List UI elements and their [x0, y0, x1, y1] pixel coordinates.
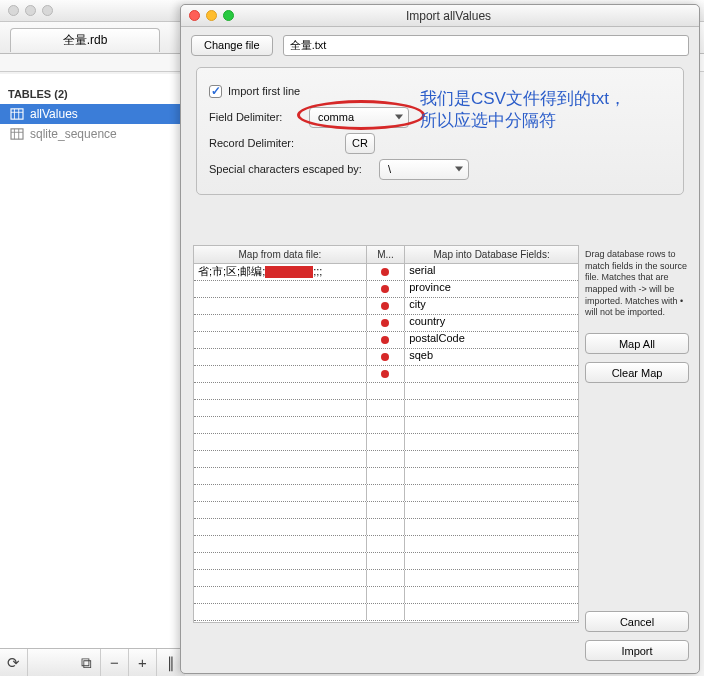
map-header-mid: M... — [367, 246, 405, 263]
dot-icon — [381, 370, 389, 378]
close-icon[interactable] — [189, 10, 200, 21]
map-row[interactable]: province — [194, 281, 578, 298]
table-icon — [10, 128, 24, 140]
dot-icon — [381, 353, 389, 361]
table-icon — [10, 108, 24, 120]
table-row-sqlite-sequence[interactable]: sqlite_sequence — [0, 124, 184, 144]
import-first-line-label: Import first line — [228, 85, 300, 97]
map-row[interactable]: city — [194, 298, 578, 315]
field-delimiter-label: Field Delimiter: — [209, 111, 309, 123]
clear-map-button[interactable]: Clear Map — [585, 362, 689, 383]
refresh-button[interactable]: ⟳ — [0, 649, 28, 677]
change-file-button[interactable]: Change file — [191, 35, 273, 56]
dot-icon — [381, 268, 389, 276]
modal-title: Import allValues — [234, 9, 699, 23]
map-row-empty — [194, 468, 578, 485]
map-all-button[interactable]: Map All — [585, 333, 689, 354]
db-field-cell: province — [405, 281, 578, 297]
dot-icon — [381, 285, 389, 293]
map-header-right: Map into Database Fields: — [405, 246, 578, 263]
table-row-allvalues[interactable]: allValues — [0, 104, 184, 124]
add-dup-button[interactable]: ⧉ — [73, 649, 101, 677]
map-header-left: Map from data file: — [194, 246, 367, 263]
annotation-text: 我们是CSV文件得到的txt， 所以应选中分隔符 — [420, 88, 700, 132]
zoom-icon[interactable] — [42, 5, 53, 16]
dot-icon — [381, 336, 389, 344]
redacted-icon — [265, 266, 313, 278]
map-row-empty — [194, 604, 578, 621]
map-row-empty — [194, 570, 578, 587]
map-row-empty — [194, 536, 578, 553]
map-row-empty — [194, 519, 578, 536]
dot-icon — [381, 302, 389, 310]
bg-traffic-lights — [0, 5, 53, 16]
modal-titlebar: Import allValues — [181, 5, 699, 27]
escape-select[interactable]: \ — [379, 159, 469, 180]
bg-tab[interactable]: 全量.rdb — [10, 28, 160, 52]
tables-header: TABLES (2) — [0, 74, 184, 104]
tables-sidebar: TABLES (2) allValues sqlite_sequence — [0, 74, 185, 648]
mapping-table: Map from data file: M... Map into Databa… — [193, 245, 579, 623]
db-field-cell: postalCode — [405, 332, 578, 348]
record-delimiter-label: Record Delimiter: — [209, 137, 309, 149]
table-label: allValues — [30, 107, 78, 121]
db-field-cell: city — [405, 298, 578, 314]
minimize-icon[interactable] — [206, 10, 217, 21]
escape-label: Special characters escaped by: — [209, 163, 379, 175]
map-row-empty — [194, 383, 578, 400]
map-row-empty — [194, 587, 578, 604]
source-cell: 省;市;区;邮编;;;; — [194, 264, 367, 280]
dot-icon — [381, 319, 389, 327]
map-row-empty — [194, 485, 578, 502]
field-delimiter-select[interactable]: comma — [309, 107, 409, 128]
import-first-line-checkbox[interactable] — [209, 85, 222, 98]
close-icon[interactable] — [8, 5, 19, 16]
svg-rect-4 — [11, 129, 23, 139]
import-button[interactable]: Import — [585, 640, 689, 661]
record-delimiter-select[interactable]: CR — [345, 133, 375, 154]
minimize-icon[interactable] — [25, 5, 36, 16]
table-label: sqlite_sequence — [30, 127, 117, 141]
svg-rect-0 — [11, 109, 23, 119]
db-field-cell: serial — [405, 264, 578, 280]
cancel-button[interactable]: Cancel — [585, 611, 689, 632]
map-row[interactable]: 省;市;区;邮编;;;; serial — [194, 264, 578, 281]
db-field-cell: sqeb — [405, 349, 578, 365]
bg-footer: ⟳ ⧉ − + ∥ — [0, 648, 185, 676]
remove-button[interactable]: − — [101, 649, 129, 677]
map-row-empty — [194, 400, 578, 417]
map-row-empty — [194, 553, 578, 570]
map-row[interactable]: country — [194, 315, 578, 332]
help-text: Drag database rows to match fields in th… — [585, 245, 689, 325]
map-row-empty — [194, 434, 578, 451]
map-row-empty — [194, 417, 578, 434]
map-row-empty — [194, 451, 578, 468]
map-row[interactable]: sqeb — [194, 349, 578, 366]
map-row-empty — [194, 502, 578, 519]
file-name-field[interactable]: 全量.txt — [283, 35, 689, 56]
map-row[interactable]: postalCode — [194, 332, 578, 349]
map-row[interactable] — [194, 366, 578, 383]
add-button[interactable]: + — [129, 649, 157, 677]
db-field-cell: country — [405, 315, 578, 331]
zoom-icon[interactable] — [223, 10, 234, 21]
